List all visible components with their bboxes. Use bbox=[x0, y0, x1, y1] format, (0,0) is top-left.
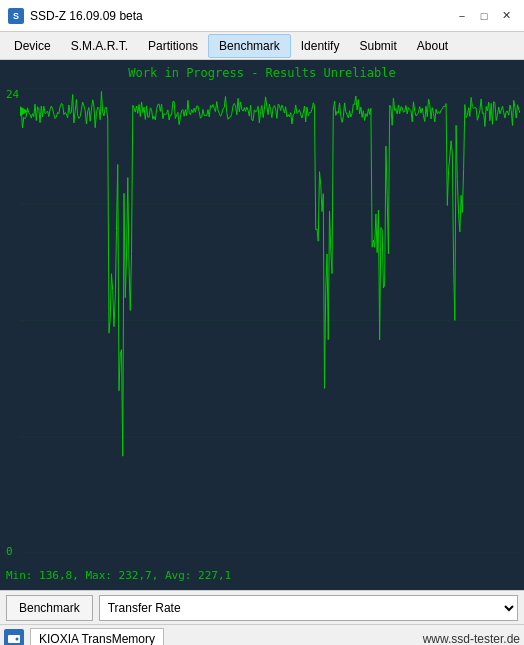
minimize-button[interactable]: − bbox=[452, 6, 472, 26]
title-bar: S SSD-Z 16.09.09 beta − □ ✕ bbox=[0, 0, 524, 32]
menu-bar: Device S.M.A.R.T. Partitions Benchmark I… bbox=[0, 32, 524, 60]
website-url: www.ssd-tester.de bbox=[423, 632, 520, 646]
chart-header: Work in Progress - Results Unreliable bbox=[0, 60, 524, 80]
benchmark-button[interactable]: Benchmark bbox=[6, 595, 93, 621]
status-bar: KIOXIA TransMemory www.ssd-tester.de bbox=[0, 624, 524, 645]
title-text: SSD-Z 16.09.09 beta bbox=[30, 9, 143, 23]
chart-y-min: 0 bbox=[6, 545, 13, 558]
menu-item-partitions[interactable]: Partitions bbox=[138, 35, 208, 57]
chart-area: Work in Progress - Results Unreliable 24… bbox=[0, 60, 524, 590]
maximize-button[interactable]: □ bbox=[474, 6, 494, 26]
menu-item-device[interactable]: Device bbox=[4, 35, 61, 57]
menu-item-about[interactable]: About bbox=[407, 35, 458, 57]
status-icon bbox=[4, 629, 24, 646]
bottom-toolbar: Benchmark Transfer Rate IOPS Access Time bbox=[0, 590, 524, 624]
device-name: KIOXIA TransMemory bbox=[30, 628, 164, 646]
close-button[interactable]: ✕ bbox=[496, 6, 516, 26]
app-icon: S bbox=[8, 8, 24, 24]
menu-item-benchmark[interactable]: Benchmark bbox=[208, 34, 291, 58]
benchmark-canvas bbox=[20, 88, 520, 553]
chart-stats: Min: 136,8, Max: 232,7, Avg: 227,1 bbox=[6, 569, 231, 582]
window-controls: − □ ✕ bbox=[452, 6, 516, 26]
menu-item-smart[interactable]: S.M.A.R.T. bbox=[61, 35, 138, 57]
menu-item-submit[interactable]: Submit bbox=[349, 35, 406, 57]
chart-type-dropdown[interactable]: Transfer Rate IOPS Access Time bbox=[99, 595, 518, 621]
svg-point-1 bbox=[16, 637, 19, 640]
drive-icon bbox=[7, 632, 21, 646]
menu-item-identify[interactable]: Identify bbox=[291, 35, 350, 57]
